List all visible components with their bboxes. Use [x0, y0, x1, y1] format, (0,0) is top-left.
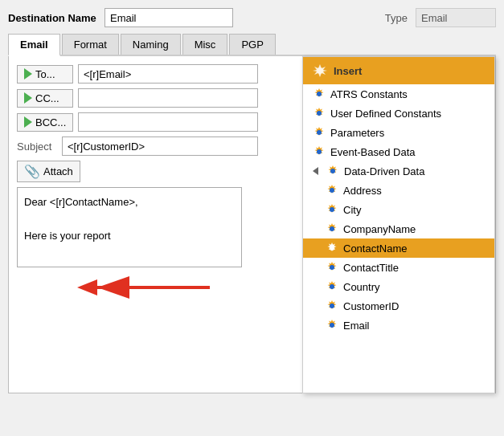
- dest-name-input[interactable]: [104, 8, 233, 27]
- svg-point-11: [330, 246, 334, 251]
- bcc-arrow-icon: [24, 116, 32, 128]
- cog-icon: [326, 222, 338, 235]
- svg-point-8: [330, 188, 334, 193]
- insert-item-companyname[interactable]: CompanyName: [303, 219, 494, 238]
- cc-button[interactable]: CC...: [17, 89, 73, 108]
- cog-icon: [326, 319, 338, 332]
- subject-input[interactable]: [62, 137, 258, 156]
- insert-title: Insert: [334, 65, 362, 77]
- svg-point-10: [330, 226, 334, 231]
- svg-point-6: [317, 149, 322, 154]
- insert-item-address[interactable]: Address: [303, 181, 494, 200]
- insert-item-contactname[interactable]: ContactName: [303, 238, 494, 258]
- cog-icon: [313, 145, 326, 158]
- red-arrow-annotation: [73, 263, 234, 312]
- insert-items-list: ATRS ConstantsUser Defined ConstantsPara…: [303, 84, 494, 388]
- svg-point-13: [330, 284, 334, 289]
- main-container: Destination Name Type Email Format Namin…: [0, 0, 504, 436]
- insert-item-contacttitle[interactable]: ContactTitle: [303, 258, 494, 277]
- insert-panel: Insert ATRS ConstantsUser Defined Consta…: [302, 56, 495, 393]
- cog-icon: [326, 299, 338, 312]
- cog-icon: [313, 126, 326, 139]
- insert-item-city[interactable]: City: [303, 200, 494, 219]
- attach-button[interactable]: 📎 Attach: [17, 161, 80, 182]
- svg-point-4: [317, 111, 322, 116]
- cog-icon: [326, 184, 338, 197]
- svg-point-3: [317, 92, 322, 96]
- content-area: To... CC... BCC...: [8, 56, 496, 393]
- type-label: Type: [385, 12, 408, 24]
- tab-misc[interactable]: Misc: [182, 34, 228, 55]
- svg-point-12: [330, 265, 334, 270]
- svg-point-14: [330, 304, 334, 308]
- top-row: Destination Name Type: [8, 8, 496, 27]
- cc-row: CC...: [17, 88, 258, 108]
- attach-icon: 📎: [24, 164, 40, 179]
- tab-format[interactable]: Format: [62, 34, 119, 55]
- cog-icon: [313, 107, 326, 120]
- subject-label: Subject: [17, 141, 57, 153]
- svg-point-5: [317, 130, 322, 135]
- dest-name-label: Destination Name: [8, 12, 96, 24]
- cog-icon: [326, 261, 338, 274]
- body-line2: Here is your report: [24, 228, 235, 245]
- to-input[interactable]: [78, 64, 258, 84]
- insert-item-user-defined-constants[interactable]: User Defined Constants: [303, 104, 494, 123]
- to-row: To...: [17, 64, 258, 84]
- tab-email[interactable]: Email: [8, 34, 60, 56]
- bcc-row: BCC...: [17, 112, 258, 132]
- insert-item-event-based-data[interactable]: Event-Based Data: [303, 142, 494, 161]
- subject-row: Subject: [17, 137, 258, 156]
- cog-icon: [326, 242, 338, 255]
- insert-item-country[interactable]: Country: [303, 277, 494, 296]
- collapse-triangle-icon: [313, 167, 318, 175]
- tab-pgp[interactable]: PGP: [229, 34, 275, 55]
- insert-item-data-driven-data[interactable]: Data-Driven Data: [303, 161, 494, 181]
- body-area[interactable]: Dear <[r]ContactName>, Here is your repo…: [17, 187, 242, 267]
- cog-icon: [326, 203, 338, 216]
- svg-point-7: [330, 169, 335, 173]
- cog-icon: [326, 165, 339, 177]
- attach-row: 📎 Attach: [17, 161, 258, 182]
- cog-icon: [313, 88, 326, 100]
- insert-item-customerid[interactable]: CustomerID: [303, 296, 494, 316]
- insert-item-atrs-constants[interactable]: ATRS Constants: [303, 84, 494, 104]
- to-button[interactable]: To...: [17, 65, 73, 84]
- type-value-input: [416, 8, 496, 27]
- body-line1: Dear <[r]ContactName>,: [24, 194, 235, 211]
- svg-point-9: [330, 207, 334, 212]
- insert-header-icon: [313, 63, 327, 78]
- insert-item-email[interactable]: Email: [303, 316, 494, 335]
- insert-item-parameters[interactable]: Parameters: [303, 123, 494, 142]
- cog-icon: [326, 280, 338, 293]
- bcc-input[interactable]: [78, 112, 258, 132]
- tabs-container: Email Format Naming Misc PGP: [8, 34, 496, 56]
- to-arrow-icon: [24, 68, 32, 79]
- cc-arrow-icon: [24, 92, 32, 104]
- bcc-button[interactable]: BCC...: [17, 113, 73, 132]
- cc-input[interactable]: [78, 88, 258, 108]
- svg-marker-1: [77, 279, 97, 295]
- tab-naming[interactable]: Naming: [121, 34, 181, 55]
- email-form: To... CC... BCC...: [17, 64, 258, 182]
- svg-point-15: [330, 323, 334, 328]
- insert-header: Insert: [303, 57, 494, 84]
